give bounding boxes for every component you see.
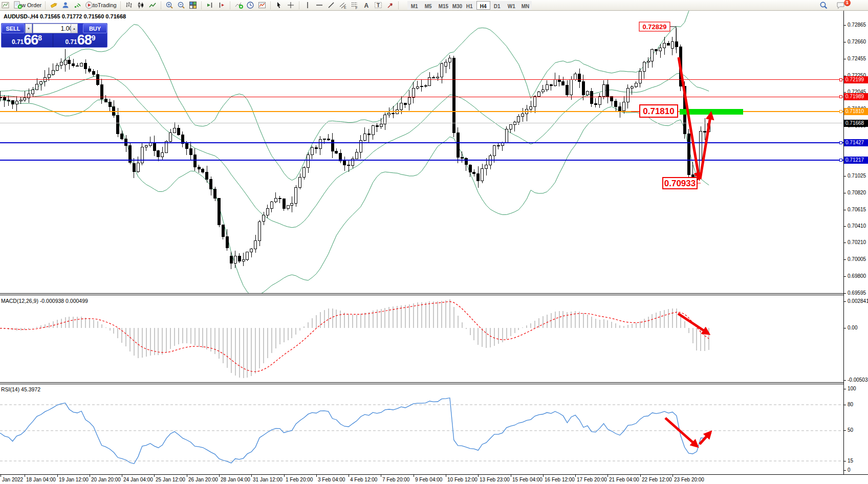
equidistant-channel-icon[interactable]: E — [338, 1, 350, 10]
candle — [177, 125, 180, 135]
buy-price-big: 68 — [77, 34, 92, 47]
horizontal-line-icon[interactable] — [315, 1, 327, 10]
price-callout[interactable]: 0.72829 — [639, 22, 676, 50]
profile-icon[interactable] — [61, 1, 73, 10]
trendline-icon[interactable] — [327, 1, 338, 10]
price-tag-0.71989[interactable]: 0.71989 — [844, 93, 868, 100]
candle — [441, 62, 443, 83]
candle — [359, 135, 362, 159]
timeframe-h1[interactable]: H1 — [463, 1, 476, 10]
timeframe-m5[interactable]: M5 — [421, 1, 435, 10]
candle — [267, 205, 269, 218]
tile-windows-icon[interactable] — [188, 1, 200, 10]
volume-input[interactable] — [33, 24, 75, 33]
auto-scroll-icon[interactable] — [205, 1, 217, 10]
fibonacci-icon[interactable]: F — [350, 1, 362, 10]
sell-button[interactable]: SELL — [2, 24, 25, 33]
candle — [477, 166, 480, 188]
candle — [263, 212, 265, 225]
price-tick-label: 0.72660 — [848, 39, 866, 45]
chart-window: AUDUSD-,H4 0.71565 0.71772 0.71560 0.716… — [0, 11, 868, 484]
arrows-tool-icon[interactable]: ▾ — [385, 1, 397, 10]
time-axis-tickmark — [57, 475, 58, 477]
time-axis[interactable]: Jan 202218 Jan 04:0019 Jan 12:0020 Jan 2… — [0, 474, 868, 484]
price-callout[interactable]: 0.71810 — [631, 105, 678, 117]
text-label-icon[interactable]: T — [374, 1, 385, 10]
time-tick-label: 26 Jan 20:00 — [188, 477, 218, 482]
price-axis-column[interactable]: 0.728650.726600.724550.722500.720450.718… — [844, 11, 868, 474]
candle — [222, 225, 225, 239]
price-tick-label: 0.70410 — [848, 223, 866, 229]
pane-separator[interactable] — [0, 293, 868, 294]
candle — [541, 85, 544, 94]
hline-knob[interactable] — [839, 159, 842, 162]
timeframe-m30[interactable]: M30 — [449, 1, 463, 10]
candle — [671, 37, 674, 55]
time-tick-label: 31 Jan 12:00 — [253, 477, 283, 482]
pane-separator[interactable] — [0, 384, 868, 384]
candle-chart-icon[interactable] — [136, 1, 148, 10]
hline-knob[interactable] — [839, 141, 842, 144]
zoom-in-icon[interactable] — [165, 1, 177, 10]
candle — [331, 133, 334, 158]
price-tag-0.71668[interactable]: 0.71668 — [844, 120, 868, 127]
hline-knob[interactable] — [839, 110, 842, 113]
timeframe-d1[interactable]: D1 — [490, 1, 504, 10]
candle — [250, 248, 253, 257]
price-tick-label: 0.69800 — [848, 273, 866, 279]
bollinger-lower-band — [0, 100, 709, 294]
pane-separator[interactable] — [0, 382, 868, 383]
trend-arrow[interactable] — [665, 418, 697, 446]
macd-indicator-label: MACD(12,26,9) -0.000938 0.000499 — [1, 298, 88, 304]
candle — [15, 96, 18, 111]
chart-shift-icon[interactable] — [217, 1, 229, 10]
time-axis-tickmark — [316, 475, 317, 477]
time-axis-tickmark — [511, 475, 511, 477]
indicators-icon[interactable]: ▾ — [234, 1, 246, 10]
highlighter-icon[interactable] — [49, 1, 61, 10]
timeframe-mn[interactable]: MN — [518, 1, 532, 10]
periods-icon[interactable]: ▾ — [246, 1, 257, 10]
timeframe-w1[interactable]: W1 — [504, 1, 518, 10]
autotrading-button[interactable]: AutoTrading — [84, 1, 119, 10]
toolbar-separator — [270, 2, 273, 9]
svg-text:F: F — [355, 6, 357, 10]
time-tick-label: 10 Feb 12:00 — [447, 477, 478, 482]
line-chart-icon[interactable] — [148, 1, 160, 10]
macd-axis-label: -0.005032 — [848, 377, 868, 383]
mt-logo-icon[interactable] — [1, 1, 13, 10]
price-tag-0.72199[interactable]: 0.72199 — [844, 76, 868, 83]
candle — [530, 101, 532, 113]
zoom-out-icon[interactable] — [177, 1, 188, 10]
price-axis-tickmark — [844, 176, 846, 177]
sell-price[interactable]: 0.71668 — [1, 34, 53, 47]
hline-knob[interactable] — [839, 78, 842, 81]
new-order-button[interactable]: New Order — [13, 1, 44, 10]
price-callout[interactable]: 0.70933 — [663, 178, 701, 189]
crosshair-icon[interactable] — [286, 1, 298, 10]
hline-knob[interactable] — [839, 95, 842, 98]
candle — [327, 134, 330, 141]
pane-separator[interactable] — [0, 295, 868, 295]
timeframe-h4[interactable]: H4 — [476, 1, 490, 10]
buy-price[interactable]: 0.71689 — [54, 34, 107, 47]
volume-increase-button[interactable]: ▲ — [71, 24, 78, 33]
time-axis-tickmark — [25, 475, 25, 477]
timeframe-m15[interactable]: M15 — [435, 1, 449, 10]
time-tick-label: 9 Feb 04:00 — [415, 477, 442, 482]
timeframe-m1[interactable]: M1 — [407, 1, 421, 10]
search-icon[interactable] — [819, 1, 831, 10]
rsi-axis-label: 50 — [848, 427, 853, 433]
signal-icon[interactable] — [73, 1, 84, 10]
templates-icon[interactable]: ▾ — [257, 1, 269, 10]
cursor-icon[interactable] — [274, 1, 286, 10]
chat-icon[interactable]: 1 — [836, 1, 848, 10]
price-tag-0.71427[interactable]: 0.71427 — [844, 139, 868, 146]
vertical-line-icon[interactable] — [303, 1, 315, 10]
price-tag-0.71217[interactable]: 0.71217 — [844, 157, 868, 164]
candle — [380, 118, 382, 129]
bar-chart-icon[interactable] — [124, 1, 136, 10]
price-tag-0.71810[interactable]: 0.71810 — [844, 108, 868, 115]
price-axis-tickmark — [844, 226, 846, 227]
text-icon[interactable]: A — [362, 1, 374, 10]
